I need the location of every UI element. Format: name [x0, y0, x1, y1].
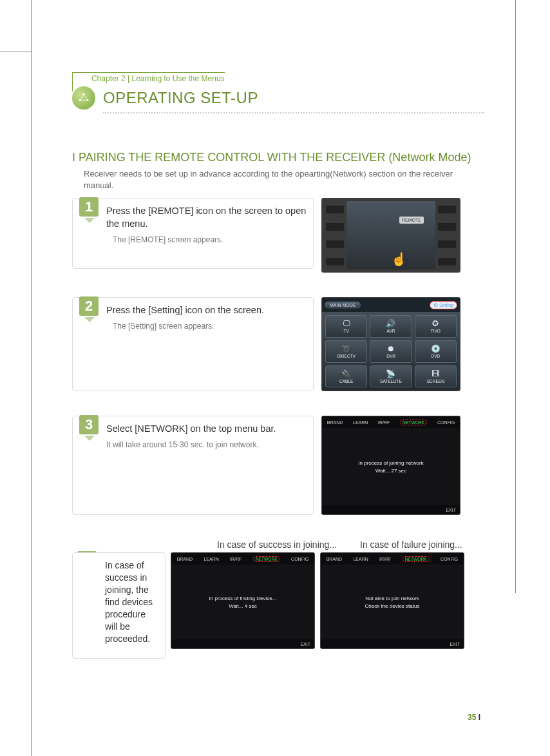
grid-body: 🖵TV 🔊AVR ✪TIVO ➰DIRECTV ⏺DVR 💿DVD 🔌CABLE…: [322, 312, 460, 391]
menu-learn: LEARN: [353, 420, 368, 425]
dvr-icon: ⏺: [387, 345, 395, 353]
title-underline: [103, 112, 484, 113]
grid-cell-dvr: ⏺DVR: [370, 340, 412, 363]
mock-button: [438, 206, 456, 213]
step-1-box: 1 Press the [REMOTE] icon on the screen …: [72, 198, 314, 269]
dark4b-line2: Check the device status: [365, 603, 420, 609]
page-number-value: 35: [468, 713, 476, 722]
step-4-screenshot-success: BRAND LEARN IR/RF NETWORK CONFIG In proc…: [171, 552, 315, 649]
menu-brand: BRAND: [327, 420, 343, 425]
step-3-arrow-icon: [84, 436, 95, 441]
grid-cell-cable: 🔌CABLE: [325, 365, 367, 388]
grid-cell-avr: 🔊AVR: [370, 315, 412, 338]
dark-menu-bar-b: BRAND LEARN IR/RF NETWORK CONFIG: [321, 553, 464, 565]
menu-config: CONFIG: [437, 420, 455, 425]
mock-button: [438, 240, 456, 248]
svg-point-2: [86, 99, 88, 101]
menu-brand: BRAND: [327, 557, 343, 561]
section-intro: Receiver needs to be set up in advance a…: [84, 168, 484, 191]
dark-line1: In process of joining network: [358, 460, 423, 466]
cable-icon: 🔌: [341, 370, 351, 378]
svg-point-1: [79, 99, 81, 101]
dark-line2: Wait... 27 sec: [375, 468, 406, 474]
grid-cell-directv: ➰DIRECTV: [325, 340, 367, 363]
dark-body: In process of joining network Wait... 27…: [322, 428, 460, 505]
dark-menu-bar-a: BRAND LEARN IR/RF NETWORK CONFIG: [171, 553, 314, 565]
dark-body-b: Not able to join network Check the devic…: [321, 565, 464, 639]
menu-circle-icon: [72, 86, 95, 110]
mock-button: [326, 258, 344, 266]
margin-line-right: [515, 0, 516, 593]
dvd-icon: 💿: [431, 345, 441, 353]
step-1-number: 1: [79, 197, 100, 223]
grid-label: TV: [344, 329, 349, 333]
svg-point-0: [82, 93, 84, 95]
step-3-title: Select [NETWORK] on the top menu bar.: [106, 423, 307, 436]
step-2-box: 2 Press the [Setting] icon on the screen…: [72, 297, 314, 391]
page-content: Chapter 2 | Learning to Use the Menus OP…: [72, 72, 484, 659]
main-mode-tab: MAIN MODE: [325, 302, 361, 309]
avr-icon: 🔊: [386, 320, 395, 327]
step-1-sub: The [REMOTE] screen appears.: [113, 235, 307, 246]
dark-body-a: In process of finding Device... Wait... …: [171, 565, 314, 639]
exit-label: EXIT: [450, 642, 460, 646]
dark-menu-bar: BRAND LEARN IR/RF NETWORK CONFIG: [322, 416, 460, 428]
grid-label: DIRECTV: [337, 354, 356, 358]
page-title: OPERATING SET-UP: [103, 89, 258, 107]
page-number-bar: I: [479, 713, 480, 722]
grid-label: AVR: [387, 329, 395, 333]
step-1-screenshot: REMOTE ☝: [321, 198, 460, 273]
section-heading: I PAIRING THE REMOTE CONTROL WITH THE RE…: [72, 151, 484, 164]
margin-line-left: [31, 0, 32, 756]
menu-learn: LEARN: [204, 557, 218, 561]
dark-footer: EXIT: [322, 505, 460, 514]
step-4-screenshot-failure: BRAND LEARN IR/RF NETWORK CONFIG Not abl…: [320, 552, 464, 649]
grid-label: DVD: [431, 354, 440, 358]
grid-cell-dvd: 💿DVD: [415, 340, 457, 363]
chapter-text: Chapter 2 | Learning to Use the Menus: [91, 72, 225, 83]
case-labels-row: In case of success in joining... In case…: [72, 539, 484, 550]
grid-cell-satellite: 📡SATELLITE: [370, 365, 412, 388]
menu-irrf: IR/RF: [230, 557, 242, 561]
step-2-arrow-icon: [84, 317, 95, 322]
mock-button: [326, 223, 344, 231]
failure-case-label: In case of failure joining...: [360, 539, 462, 550]
chapter-label: Chapter 2 | Learning to Use the Menus: [72, 72, 484, 84]
step-4-box: In case of success in joining, the find …: [72, 552, 166, 658]
mock-button: [438, 258, 456, 266]
grid-cell-tivo: ✪TIVO: [415, 315, 457, 338]
directv-icon: ➰: [341, 345, 351, 353]
menu-irrf: IR/RF: [378, 420, 390, 425]
step-2-sub: The [Setting] screen appears.: [113, 321, 307, 332]
dark4b-line1: Not able to join network: [365, 596, 419, 601]
grid-label: TIVO: [431, 329, 441, 333]
success-case-label: In case of success in joining...: [217, 539, 352, 550]
menu-network-highlight: NETWORK: [403, 556, 430, 562]
grid-label: SCREEN: [427, 379, 444, 383]
menu-brand: BRAND: [177, 557, 193, 561]
satellite-icon: 📡: [386, 370, 395, 378]
step-3-number: 3: [79, 415, 100, 441]
menu-irrf: IR/RF: [379, 557, 391, 561]
step-1-row: 1 Press the [REMOTE] icon on the screen …: [72, 198, 484, 273]
step-3-badge: 3: [79, 415, 99, 434]
page-number: 35 I: [468, 713, 480, 722]
step-2-title: Press the [Setting] icon on the screen.: [106, 304, 307, 317]
menu-config: CONFIG: [441, 557, 458, 561]
step-3-row: 3 Select [NETWORK] on the top menu bar. …: [72, 416, 484, 515]
grid-label: CABLE: [339, 379, 353, 383]
margin-tick: [0, 52, 32, 52]
dark-footer-b: EXIT: [321, 639, 464, 648]
remote-label: REMOTE: [399, 217, 424, 224]
step-3-box: 3 Select [NETWORK] on the top menu bar. …: [72, 416, 314, 515]
menu-config: CONFIG: [291, 557, 308, 561]
grid-cell-screen: 🎞SCREEN: [415, 365, 457, 388]
exit-label: EXIT: [446, 508, 456, 512]
step-2-badge: 2: [79, 296, 99, 316]
step-4-title: In case of success in joining, the find …: [105, 559, 158, 645]
tv-icon: 🖵: [343, 320, 350, 327]
exit-label: EXIT: [300, 642, 310, 646]
pointer-hand-icon: ☝: [391, 251, 407, 267]
menu-network-highlight: NETWORK: [253, 556, 280, 562]
dark4a-line2: Wait... 4 sec: [229, 603, 257, 609]
